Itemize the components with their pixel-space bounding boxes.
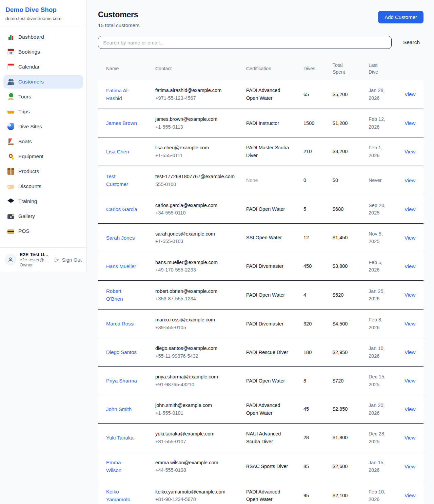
sidebar-item-equipment[interactable]: Equipment — [3, 150, 83, 163]
view-customer-link[interactable]: View — [405, 178, 415, 183]
sign-out-button[interactable]: Sign Out — [54, 257, 82, 263]
customer-total-spent: $720 — [333, 377, 362, 385]
customer-name-link[interactable]: Emma Wilson — [106, 459, 137, 474]
wave-icon — [7, 123, 14, 130]
sidebar-item-training[interactable]: Training — [3, 194, 83, 208]
view-customer-link[interactable]: View — [405, 492, 415, 498]
view-customer-link[interactable]: View — [405, 263, 415, 269]
view-customer-link[interactable]: View — [405, 91, 415, 97]
table-row: Marco Rossi marco.rossi@example.com +39-… — [98, 310, 423, 338]
customer-total-spent: $5,200 — [333, 91, 362, 98]
view-customer-link[interactable]: View — [405, 321, 415, 326]
calendar-date-icon — [7, 49, 14, 55]
package-icon — [7, 168, 14, 175]
customer-name-link[interactable]: Marco Rossi — [106, 320, 134, 328]
customer-total-spent: $520 — [333, 291, 362, 299]
customer-dives: 180 — [303, 349, 327, 356]
sign-out-label: Sign Out — [62, 257, 82, 263]
view-customer-link[interactable]: View — [405, 120, 415, 126]
sidebar-item-label: Products — [18, 168, 39, 174]
add-customer-button[interactable]: Add Customer — [378, 11, 423, 23]
customer-phone: +81-555-0107 — [155, 438, 240, 445]
view-customer-link[interactable]: View — [405, 378, 415, 384]
customer-name-link[interactable]: Robert O'Brien — [106, 287, 137, 303]
table-row: Carlos Garcia carlos.garcia@example.com … — [98, 195, 423, 223]
customer-phone: +1-555-0103 — [155, 238, 240, 245]
customer-name-link[interactable]: John Smith — [106, 405, 132, 413]
customer-last-dive: Dec 15, 2025 — [369, 373, 390, 388]
customer-certification: PADI Instructor — [246, 119, 290, 127]
table-row: Yuki Tanaka yuki.tanaka@example.com +81-… — [98, 424, 423, 452]
customer-name-link[interactable]: Diego Santos — [106, 348, 137, 356]
customer-email: emma.wilson@example.com — [155, 459, 240, 466]
sidebar-item-tours[interactable]: Tours — [3, 90, 83, 104]
sidebar-item-trips[interactable]: Trips — [3, 105, 83, 118]
customer-dives: 210 — [303, 148, 327, 155]
sidebar-header: Demo Dive Shop demo.test.divestreams.com — [0, 0, 86, 26]
view-customer-link[interactable]: View — [405, 406, 415, 412]
table-row: Sarah Jones sarah.jones@example.com +1-5… — [98, 223, 423, 252]
table-row: Hans Mueller hans.mueller@example.com +4… — [98, 252, 423, 280]
customer-phone: +91-98765-43210 — [155, 381, 240, 388]
sidebar-item-bookings[interactable]: Bookings — [3, 45, 83, 59]
customer-certification: PADI Advanced Open Water — [246, 87, 290, 102]
customer-name-link[interactable]: Keiko Yamamoto — [106, 488, 137, 504]
customer-dives: 8 — [303, 377, 327, 385]
customer-last-dive: Feb 5, 2026 — [369, 259, 390, 274]
customer-name-link[interactable]: Hans Mueller — [106, 262, 136, 270]
customer-total-spent: $1,800 — [333, 434, 362, 441]
column-header-contact: Contact — [155, 58, 246, 80]
customer-name-link[interactable]: Lisa Chen — [106, 148, 129, 155]
view-customer-link[interactable]: View — [405, 464, 415, 469]
customer-name-link[interactable]: Test Customer — [106, 172, 137, 188]
customer-total-spent: $680 — [333, 205, 362, 213]
customer-table-body: Fatima Al-Rashid fatima.alrashid@example… — [98, 80, 423, 504]
customer-email: test-1772681807767@example.com — [155, 173, 240, 180]
customer-name-link[interactable]: Sarah Jones — [106, 234, 135, 242]
sidebar-item-customers[interactable]: Customers — [3, 75, 83, 89]
search-button[interactable]: Search — [400, 37, 422, 48]
customer-name-link[interactable]: Fatima Al-Rashid — [106, 87, 137, 102]
view-customer-link[interactable]: View — [405, 349, 415, 355]
sidebar-item-dashboard[interactable]: Dashboard — [3, 30, 83, 44]
customer-dives: 4 — [303, 291, 327, 299]
customer-email: lisa.chen@example.com — [155, 144, 240, 151]
customer-name-link[interactable]: Yuki Tanaka — [106, 434, 134, 442]
customer-name-link[interactable]: James Brown — [106, 119, 137, 127]
customer-email: priya.sharma@example.com — [155, 373, 240, 380]
user-icon — [7, 257, 14, 263]
sidebar-item-dive-sites[interactable]: Dive Sites — [3, 120, 83, 133]
table-row: Keiko Yamamoto keiko.yamamoto@example.co… — [98, 481, 423, 504]
customer-name-link[interactable]: Priya Sharma — [106, 377, 137, 385]
speedboat-icon — [7, 108, 14, 115]
customer-phone: +1-555-0111 — [155, 152, 240, 159]
customer-dives: 5 — [303, 205, 327, 213]
sidebar-item-label: Tours — [18, 94, 31, 100]
column-header-dives: Dives — [303, 58, 333, 80]
sidebar-item-gallery[interactable]: Gallery — [3, 209, 83, 223]
column-header-certification: Certification — [246, 58, 303, 80]
sidebar-item-boats[interactable]: Boats — [3, 135, 83, 148]
customer-dives: 450 — [303, 262, 327, 270]
customer-dives: 85 — [303, 463, 327, 470]
customer-phone: +971-55-123-4567 — [155, 94, 240, 102]
customer-name-link[interactable]: Carlos Garcia — [106, 205, 137, 213]
view-customer-link[interactable]: View — [405, 149, 415, 154]
sidebar-item-products[interactable]: Products — [3, 165, 83, 178]
customer-email: keiko.yamamoto@example.com — [155, 488, 240, 496]
sidebar-user-footer: E2E Test U... e2e-tester@... Owner Sign … — [0, 247, 86, 272]
view-customer-link[interactable]: View — [405, 292, 415, 298]
view-customer-link[interactable]: View — [405, 435, 415, 441]
search-input[interactable] — [98, 36, 392, 49]
view-customer-link[interactable]: View — [405, 235, 415, 241]
customer-last-dive: Feb 10, 2026 — [369, 488, 390, 503]
sidebar-item-label: Calendar — [18, 64, 40, 70]
sidebar-item-label: Bookings — [18, 49, 40, 55]
sidebar-item-pos[interactable]: POS — [3, 224, 83, 238]
sidebar-item-calendar[interactable]: Calendar — [3, 60, 83, 74]
sidebar-item-label: Training — [18, 198, 37, 204]
column-header-last-dive: Last Dive — [369, 58, 405, 80]
view-customer-link[interactable]: View — [405, 206, 415, 212]
sidebar-item-discounts[interactable]: Discounts — [3, 180, 83, 193]
sidebar-item-label: Trips — [18, 109, 30, 115]
